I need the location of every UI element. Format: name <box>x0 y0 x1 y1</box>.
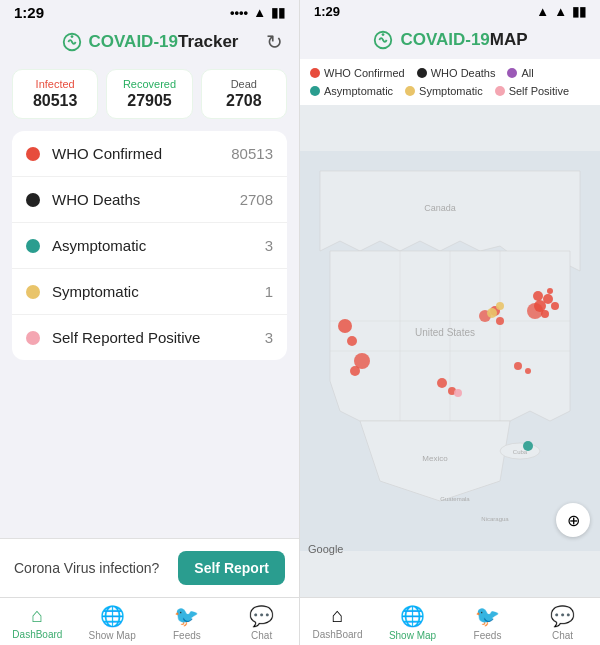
nav-chat-left[interactable]: 💬 Chat <box>224 604 299 641</box>
showmap-icon-left: 🌐 <box>100 604 125 628</box>
nav-showmap-left[interactable]: 🌐 Show Map <box>75 604 150 641</box>
chat-label-right: Chat <box>552 630 573 641</box>
svg-point-37 <box>523 441 533 451</box>
svg-text:Nicaragua: Nicaragua <box>481 516 509 522</box>
list-item-self-reported[interactable]: Self Reported Positive 3 <box>12 315 287 360</box>
map-area[interactable]: Canada United States Mexico Cuba Guatema… <box>300 105 600 597</box>
dashboard-label-right: DashBoard <box>312 629 362 640</box>
stat-value-recovered: 27905 <box>113 92 185 110</box>
nav-chat-right[interactable]: 💬 Chat <box>525 604 600 641</box>
refresh-icon[interactable]: ↻ <box>266 30 283 54</box>
showmap-label-left: Show Map <box>89 630 136 641</box>
stats-row: Infected 80513 Recovered 27905 Dead 2708 <box>12 69 287 119</box>
self-report-button[interactable]: Self Report <box>178 551 285 585</box>
banner-text: Corona Virus infection? <box>14 560 159 576</box>
category-list: WHO Confirmed 80513 WHO Deaths 2708 Asym… <box>12 131 287 360</box>
feeds-icon-right: 🐦 <box>475 604 500 628</box>
label-self-reported: Self Reported Positive <box>52 329 265 346</box>
svg-point-23 <box>533 291 543 301</box>
legend-label-all: All <box>521 67 533 79</box>
status-bar-left: 1:29 •••• ▲ ▮▮ <box>0 0 299 23</box>
label-symptomatic: Symptomatic <box>52 283 265 300</box>
dot-self-reported <box>26 331 40 345</box>
label-who-deaths: WHO Deaths <box>52 191 240 208</box>
stat-label-dead: Dead <box>208 78 280 90</box>
value-who-deaths: 2708 <box>240 191 273 208</box>
list-item-who-deaths[interactable]: WHO Deaths 2708 <box>12 177 287 223</box>
svg-point-24 <box>338 319 352 333</box>
svg-text:Mexico: Mexico <box>422 454 448 463</box>
svg-text:United States: United States <box>415 327 475 338</box>
svg-point-27 <box>350 366 360 376</box>
nav-showmap-right[interactable]: 🌐 Show Map <box>375 604 450 641</box>
legend-dot-all <box>507 68 517 78</box>
legend-dot-self-positive <box>495 86 505 96</box>
status-bar-right: 1:29 ▲ ▲ ▮▮ <box>300 0 600 21</box>
stat-recovered: Recovered 27905 <box>106 69 192 119</box>
svg-point-31 <box>525 368 531 374</box>
left-panel: 1:29 •••• ▲ ▮▮ COVAID-19Tracker ↻ Infect… <box>0 0 300 645</box>
self-report-banner: Corona Virus infection? Self Report <box>0 538 299 597</box>
dot-who-deaths <box>26 193 40 207</box>
legend-all: All <box>507 67 533 79</box>
legend-dot-who-confirmed <box>310 68 320 78</box>
legend-label-who-confirmed: WHO Confirmed <box>324 67 405 79</box>
nav-dashboard-right[interactable]: ⌂ DashBoard <box>300 604 375 641</box>
dashboard-label-left: DashBoard <box>12 629 62 640</box>
right-panel: 1:29 ▲ ▲ ▮▮ COVAID-19MAP WHO Confirmed W… <box>300 0 600 645</box>
value-asymptomatic: 3 <box>265 237 273 254</box>
location-button[interactable]: ⊕ <box>556 503 590 537</box>
legend-asymptomatic: Asymptomatic <box>310 85 393 97</box>
chat-label-left: Chat <box>251 630 272 641</box>
stat-value-infected: 80513 <box>19 92 91 110</box>
app-header-right: COVAID-19MAP <box>300 21 600 59</box>
feeds-label-right: Feeds <box>474 630 502 641</box>
stat-infected: Infected 80513 <box>12 69 98 119</box>
list-item-symptomatic[interactable]: Symptomatic 1 <box>12 269 287 315</box>
svg-point-20 <box>527 303 543 319</box>
app-logo-right <box>372 29 394 51</box>
svg-text:Canada: Canada <box>424 203 456 213</box>
value-symptomatic: 1 <box>265 283 273 300</box>
svg-point-18 <box>543 294 553 304</box>
legend-self-positive: Self Positive <box>495 85 570 97</box>
nav-dashboard-left[interactable]: ⌂ DashBoard <box>0 604 75 641</box>
list-item-who-confirmed[interactable]: WHO Confirmed 80513 <box>12 131 287 177</box>
location-icon: ⊕ <box>567 511 580 530</box>
app-title-right: COVAID-19MAP <box>400 30 527 50</box>
legend-dot-asymptomatic <box>310 86 320 96</box>
app-header-left: COVAID-19Tracker ↻ <box>0 23 299 61</box>
battery-icon: ▮▮ <box>271 5 285 20</box>
nav-feeds-left[interactable]: 🐦 Feeds <box>150 604 225 641</box>
bottom-nav-right: ⌂ DashBoard 🌐 Show Map 🐦 Feeds 💬 Chat <box>300 597 600 645</box>
stat-label-recovered: Recovered <box>113 78 185 90</box>
legend-who-confirmed: WHO Confirmed <box>310 67 405 79</box>
map-svg: Canada United States Mexico Cuba Guatema… <box>300 105 600 597</box>
svg-point-25 <box>347 336 357 346</box>
stat-dead: Dead 2708 <box>201 69 287 119</box>
value-self-reported: 3 <box>265 329 273 346</box>
svg-point-3 <box>382 33 385 36</box>
battery-status-icon: ▮▮ <box>572 4 586 19</box>
legend-symptomatic: Symptomatic <box>405 85 483 97</box>
nav-feeds-right[interactable]: 🐦 Feeds <box>450 604 525 641</box>
svg-point-21 <box>551 302 559 310</box>
wifi-icon: ▲ <box>253 5 266 20</box>
legend-label-self-positive: Self Positive <box>509 85 570 97</box>
dashboard-icon-left: ⌂ <box>31 604 43 627</box>
svg-text:Guatemala: Guatemala <box>440 496 470 502</box>
feeds-icon-left: 🐦 <box>174 604 199 628</box>
feeds-label-left: Feeds <box>173 630 201 641</box>
legend-dot-who-deaths <box>417 68 427 78</box>
app-logo-left <box>61 31 83 53</box>
legend-who-deaths: WHO Deaths <box>417 67 496 79</box>
svg-point-38 <box>454 389 462 397</box>
list-item-asymptomatic[interactable]: Asymptomatic 3 <box>12 223 287 269</box>
legend-dot-symptomatic <box>405 86 415 96</box>
dot-asymptomatic <box>26 239 40 253</box>
stat-label-infected: Infected <box>19 78 91 90</box>
label-who-confirmed: WHO Confirmed <box>52 145 231 162</box>
value-who-confirmed: 80513 <box>231 145 273 162</box>
showmap-label-right: Show Map <box>389 630 436 641</box>
dashboard-icon-right: ⌂ <box>331 604 343 627</box>
